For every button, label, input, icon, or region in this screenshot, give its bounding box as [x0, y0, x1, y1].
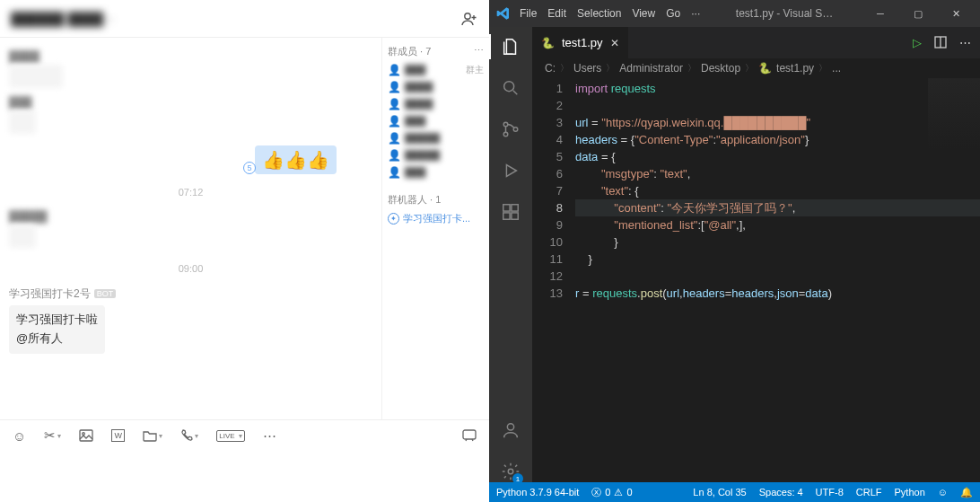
menu-go[interactable]: Go: [666, 7, 680, 20]
code-line[interactable]: "msgtype": "text",: [575, 165, 980, 182]
code-editor[interactable]: 12345678910111213 import requestsurl = "…: [532, 78, 980, 482]
python-file-icon: 🐍: [541, 37, 555, 49]
message-area[interactable]: ████ ███ 5 👍👍👍 07:12 █████ 09:00 学习强国打卡2…: [0, 38, 381, 419]
split-editor-icon[interactable]: [934, 36, 947, 49]
breadcrumb-sep: 〉: [687, 62, 696, 75]
close-button[interactable]: ✕: [939, 8, 973, 20]
maximize-button[interactable]: ▢: [901, 8, 935, 20]
thumbs-up-icon: 👍: [262, 150, 284, 170]
status-language[interactable]: Python: [895, 487, 925, 498]
svg-rect-8: [503, 205, 510, 211]
status-position[interactable]: Ln 8, Col 35: [693, 487, 746, 498]
tab-test1-py[interactable]: 🐍 test1.py ✕: [532, 27, 629, 58]
explorer-icon[interactable]: [500, 36, 521, 57]
code-line[interactable]: "content": "今天你学习强国了吗？",: [575, 199, 980, 216]
settings-icon[interactable]: 1: [500, 461, 521, 482]
status-encoding[interactable]: UTF-8: [816, 487, 844, 498]
breadcrumb-item[interactable]: Desktop: [701, 62, 740, 75]
svg-rect-1: [80, 430, 92, 441]
add-member-icon[interactable]: [460, 10, 478, 28]
scissors-icon[interactable]: ✂▾: [44, 427, 61, 444]
breadcrumb-item[interactable]: test1.py: [776, 62, 814, 75]
status-feedback-icon[interactable]: ☺: [938, 487, 948, 498]
close-tab-icon[interactable]: ✕: [610, 37, 619, 49]
svg-point-5: [503, 122, 508, 127]
member-item[interactable]: 👤████: [388, 81, 484, 93]
time-divider: 09:00: [9, 263, 372, 274]
more-actions-icon[interactable]: ⋯: [959, 36, 971, 49]
minimize-button[interactable]: ─: [863, 8, 897, 19]
code-line[interactable]: }: [575, 233, 980, 251]
status-notifications-icon[interactable]: 🔔: [960, 487, 973, 498]
breadcrumb-sep: 〉: [745, 62, 754, 75]
time-divider: 07:12: [9, 187, 372, 198]
breadcrumb[interactable]: C:〉Users〉Administrator〉Desktop〉🐍 test1.p…: [532, 58, 980, 78]
breadcrumb-item[interactable]: C:: [545, 62, 556, 75]
phone-icon[interactable]: ▾: [180, 429, 198, 442]
code-line[interactable]: headers = {"Content-Type":"application/j…: [575, 131, 980, 148]
status-problems[interactable]: ⓧ 0 ⚠ 0: [591, 486, 632, 499]
member-icon: 👤: [388, 132, 401, 145]
menu-view[interactable]: View: [632, 7, 655, 20]
live-icon[interactable]: LIVE▾: [216, 430, 244, 442]
code-line[interactable]: import requests: [575, 80, 980, 97]
member-icon: 👤: [388, 64, 401, 76]
search-icon[interactable]: [500, 77, 521, 99]
member-name: ███: [405, 65, 462, 75]
emoji-icon[interactable]: ☺: [13, 428, 26, 444]
folder-icon[interactable]: ▾: [143, 429, 162, 442]
code-line[interactable]: url = "https://qyapi.weixin.qq.█████████…: [575, 114, 980, 131]
msg-bubble: [9, 110, 36, 134]
code-line[interactable]: [575, 268, 980, 285]
code-line[interactable]: r = requests.post(url,headers=headers,js…: [575, 285, 980, 302]
menu-file[interactable]: File: [520, 7, 537, 20]
member-item[interactable]: 👤███群主: [388, 64, 484, 76]
robot-icon: ✦: [388, 213, 399, 225]
svg-point-13: [508, 469, 513, 474]
member-item[interactable]: 👤█████: [388, 132, 484, 145]
window-title: test1.py - Visual S…: [709, 7, 860, 20]
accounts-icon[interactable]: [500, 419, 521, 441]
breadcrumb-item[interactable]: Administrator: [619, 62, 683, 75]
extensions-icon[interactable]: [500, 201, 521, 223]
code-line[interactable]: "text": {: [575, 182, 980, 199]
svg-point-12: [507, 424, 513, 430]
svg-rect-3: [463, 430, 476, 439]
status-spaces[interactable]: Spaces: 4: [759, 487, 803, 498]
breadcrumb-item[interactable]: ...: [832, 62, 841, 75]
member-name: ████: [405, 99, 484, 110]
image-icon[interactable]: [79, 429, 93, 442]
code-line[interactable]: data = {: [575, 148, 980, 165]
member-item[interactable]: 👤█████: [388, 149, 484, 162]
breadcrumb-item[interactable]: Users: [573, 62, 601, 75]
code-line[interactable]: }: [575, 251, 980, 268]
member-item[interactable]: 👤████: [388, 98, 484, 110]
vscode-titlebar[interactable]: FileEditSelectionViewGo··· test1.py - Vi…: [489, 0, 980, 27]
chat-title: ██████ ████ ··: [11, 12, 114, 26]
member-item[interactable]: 👤███: [388, 115, 484, 128]
menu-edit[interactable]: Edit: [547, 7, 566, 20]
member-icon: 👤: [388, 166, 401, 179]
code-line[interactable]: [575, 97, 980, 114]
debug-icon[interactable]: [500, 160, 521, 181]
member-item[interactable]: 👤███: [388, 166, 484, 179]
source-control-icon[interactable]: [500, 119, 521, 140]
code-content[interactable]: import requestsurl = "https://qyapi.weix…: [575, 78, 980, 482]
minimap[interactable]: [928, 78, 980, 150]
robot-item[interactable]: ✦ 学习强国打卡...: [388, 212, 484, 225]
code-line[interactable]: "mentioned_list":["@all",],: [575, 216, 980, 233]
breadcrumb-sep: 〉: [560, 62, 569, 75]
msg-sender: █████: [9, 210, 372, 223]
run-icon[interactable]: ▷: [913, 36, 922, 49]
more-tools-icon[interactable]: ⋯: [263, 427, 276, 444]
status-python[interactable]: Python 3.7.9 64-bit: [496, 487, 579, 498]
menu-selection[interactable]: Selection: [577, 7, 621, 20]
status-eol[interactable]: CRLF: [856, 487, 882, 498]
robot-name: 学习强国打卡...: [403, 212, 470, 225]
members-menu-icon[interactable]: ⋯: [474, 45, 484, 58]
menu-···[interactable]: ···: [691, 7, 700, 20]
input-bar: ☺ ✂▾ W ▾ ▾ LIVE▾ ⋯: [0, 419, 489, 502]
read-count-badge[interactable]: 5: [243, 162, 256, 174]
chat-apps-icon[interactable]: [462, 429, 477, 442]
doc-icon[interactable]: W: [111, 429, 125, 442]
